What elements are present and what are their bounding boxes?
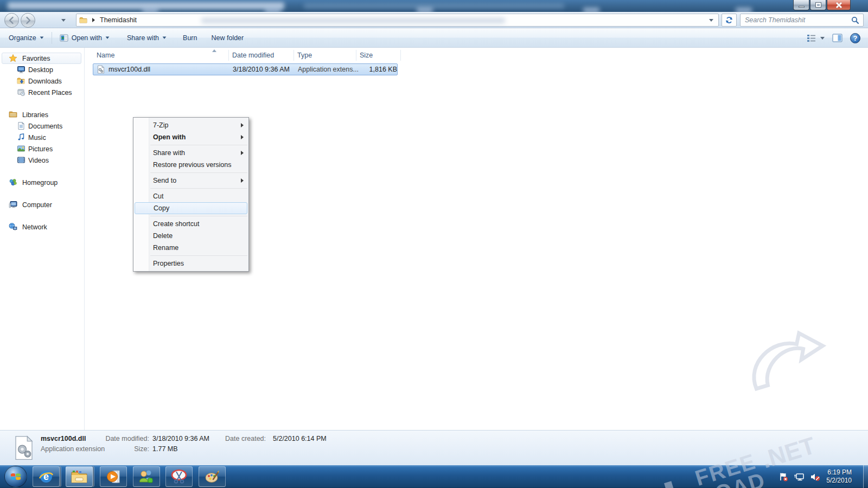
- refresh-icon: [725, 16, 733, 24]
- sidebar-item-network[interactable]: Network: [0, 221, 84, 233]
- file-size: 1,816 KB: [354, 66, 397, 73]
- breadcrumb-chevron-icon: [92, 18, 95, 22]
- taskbar-clock[interactable]: 6:19 PM 5/2/2010: [826, 468, 852, 485]
- column-header-size[interactable]: Size: [356, 49, 400, 62]
- action-center-flag-icon[interactable]: [779, 472, 788, 481]
- address-bar[interactable]: Themidashit: [76, 14, 719, 27]
- network-icon: [9, 222, 17, 231]
- sidebar-item-computer[interactable]: Computer: [0, 199, 84, 210]
- sidebar-item-homegroup[interactable]: Homegroup: [0, 177, 84, 188]
- organize-button[interactable]: Organize: [3, 31, 49, 44]
- details-date-created-label: Date created:: [225, 435, 266, 442]
- sidebar-item-label: Documents: [28, 123, 62, 130]
- command-bar: Organize Open with Share with Burn New f…: [0, 28, 868, 48]
- address-dropdown-icon[interactable]: [709, 19, 713, 22]
- navigation-pane: Favorites Desktop Downloads Recent Place…: [0, 48, 84, 430]
- close-icon: [835, 2, 842, 8]
- help-icon[interactable]: ?: [850, 33, 860, 43]
- back-button[interactable]: [4, 13, 19, 28]
- burn-button[interactable]: Burn: [177, 31, 202, 44]
- start-button[interactable]: [4, 466, 27, 487]
- downloads-icon: [17, 76, 25, 85]
- menu-item-properties[interactable]: Properties: [133, 258, 248, 269]
- menu-item-create-shortcut[interactable]: Create shortcut: [133, 218, 248, 230]
- address-band: Themidashit: [0, 12, 868, 28]
- recent-places-icon: [17, 88, 25, 97]
- menu-item-delete[interactable]: Delete: [133, 230, 248, 242]
- submenu-arrow-icon: [241, 151, 244, 155]
- videos-icon: [17, 156, 25, 164]
- back-arrow-icon: [8, 16, 16, 24]
- sidebar-item-pictures[interactable]: Pictures: [0, 143, 84, 155]
- sidebar-item-favorites[interactable]: Favorites: [0, 53, 84, 64]
- menu-item-7zip[interactable]: 7-Zip: [133, 119, 248, 131]
- show-desktop-button[interactable]: [863, 465, 868, 488]
- share-with-button[interactable]: Share with: [122, 31, 172, 44]
- menu-item-restore-previous-versions[interactable]: Restore previous versions: [133, 159, 248, 171]
- column-header-name[interactable]: Name: [93, 49, 228, 62]
- minimize-button[interactable]: [793, 0, 809, 10]
- sidebar-item-music[interactable]: Music: [0, 132, 84, 143]
- network-status-icon[interactable]: [794, 472, 805, 481]
- preview-pane-icon[interactable]: [832, 34, 843, 42]
- context-menu: 7-Zip Open with Share with Restore previ…: [133, 117, 249, 272]
- column-header-date-modified[interactable]: Date modified: [228, 49, 293, 62]
- menu-separator: [150, 145, 247, 145]
- taskbar-messenger[interactable]: [133, 466, 160, 487]
- history-dropdown-icon[interactable]: [61, 19, 66, 22]
- clock-time: 6:19 PM: [826, 468, 852, 477]
- refresh-button[interactable]: [722, 14, 737, 27]
- menu-item-cut[interactable]: Cut: [133, 190, 248, 202]
- sidebar-item-label: Music: [28, 134, 46, 142]
- views-button[interactable]: [807, 34, 825, 42]
- search-box: [740, 14, 864, 27]
- sidebar-item-recent-places[interactable]: Recent Places: [0, 87, 84, 98]
- forward-button[interactable]: [21, 13, 35, 28]
- new-folder-button[interactable]: New folder: [206, 31, 249, 44]
- sidebar-item-libraries[interactable]: Libraries: [0, 109, 84, 120]
- sidebar-item-label: Desktop: [28, 66, 53, 74]
- taskbar-media-player[interactable]: [100, 466, 127, 487]
- taskbar-paint[interactable]: [199, 466, 226, 487]
- sidebar-item-label: Libraries: [22, 111, 48, 119]
- search-input[interactable]: [741, 16, 851, 24]
- close-button[interactable]: [827, 0, 851, 10]
- windows-logo-icon: [10, 471, 22, 483]
- taskbar-snipping-tool[interactable]: [165, 466, 193, 487]
- sidebar-item-documents[interactable]: Documents: [0, 120, 84, 132]
- open-with-button[interactable]: Open with: [54, 31, 115, 45]
- views-icon: [807, 34, 816, 42]
- window-titlebar: [0, 0, 868, 12]
- homegroup-icon: [9, 178, 17, 187]
- sidebar-item-downloads[interactable]: Downloads: [0, 75, 84, 87]
- menu-item-share-with[interactable]: Share with: [133, 147, 248, 159]
- breadcrumb[interactable]: Themidashit: [100, 16, 137, 24]
- menu-item-send-to[interactable]: Send to: [133, 175, 248, 187]
- menu-separator: [150, 216, 247, 216]
- menu-item-rename[interactable]: Rename: [133, 242, 248, 254]
- taskbar-internet-explorer[interactable]: e: [33, 466, 60, 487]
- taskbar-windows-explorer[interactable]: [66, 466, 93, 487]
- clock-date: 5/2/2010: [826, 477, 852, 485]
- share-with-label: Share with: [127, 34, 159, 42]
- sidebar-item-desktop[interactable]: Desktop: [0, 64, 84, 75]
- menu-item-open-with[interactable]: Open with: [133, 131, 248, 143]
- restore-button[interactable]: [810, 0, 826, 10]
- forward-arrow-icon: [24, 16, 32, 24]
- menu-item-copy[interactable]: Copy: [135, 202, 247, 214]
- window-controls: [793, 0, 851, 10]
- sidebar-item-label: Pictures: [28, 145, 53, 153]
- chevron-down-icon: [40, 36, 43, 38]
- column-header-type[interactable]: Type: [293, 49, 355, 62]
- folder-icon: [79, 16, 88, 24]
- submenu-arrow-icon: [241, 135, 244, 139]
- sidebar-item-label: Downloads: [28, 78, 62, 85]
- sidebar-item-videos[interactable]: Videos: [0, 155, 84, 166]
- menu-separator: [150, 172, 247, 173]
- volume-muted-icon[interactable]: [810, 472, 821, 481]
- taskbar: e: [0, 465, 868, 488]
- sidebar-item-label: Recent Places: [28, 89, 72, 97]
- search-icon[interactable]: [851, 16, 859, 24]
- details-size-value: 1.77 MB: [152, 445, 178, 453]
- file-row-selected[interactable]: msvcr100d.dll 3/18/2010 9:36 AM Applicat…: [93, 63, 398, 75]
